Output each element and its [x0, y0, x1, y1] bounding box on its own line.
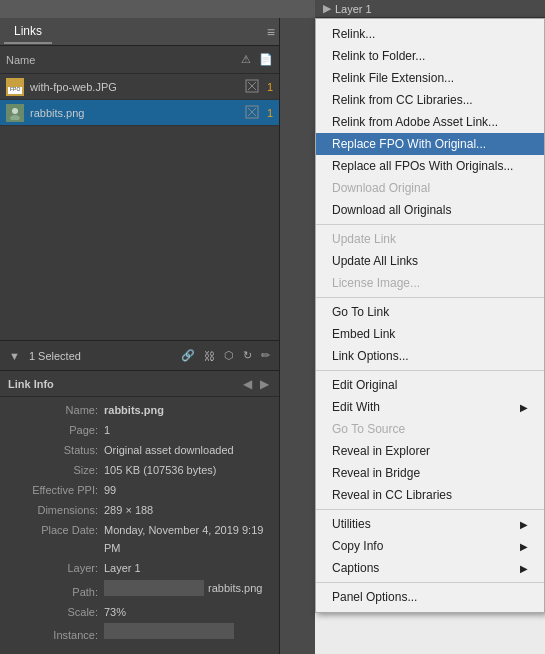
path-value: rabbits.png	[104, 579, 271, 597]
menu-item[interactable]: Utilities▶	[316, 513, 544, 535]
col-warn-icon: ⚠	[241, 53, 251, 66]
menu-item[interactable]: Copy Info▶	[316, 535, 544, 557]
col-doc-icon: 📄	[259, 53, 273, 66]
menu-separator	[316, 582, 544, 583]
menu-item-label: Relink from Adobe Asset Link...	[332, 115, 498, 129]
menu-item[interactable]: Relink...	[316, 23, 544, 45]
link-name: with-fpo-web.JPG	[30, 81, 245, 93]
tab-links[interactable]: Links	[4, 20, 52, 44]
menu-separator	[316, 509, 544, 510]
status-label: Status:	[8, 441, 98, 459]
link-thumbnail: FPO	[6, 78, 24, 96]
status-icon	[245, 79, 259, 95]
menu-separator	[316, 297, 544, 298]
dimensions-label: Dimensions:	[8, 501, 98, 519]
menu-item-label: Embed Link	[332, 327, 395, 341]
menu-item-label: Download all Originals	[332, 203, 451, 217]
menu-item[interactable]: Relink from CC Libraries...	[316, 89, 544, 111]
dimensions-value: 289 × 188	[104, 501, 271, 519]
panel-toolbar: ▼ 1 Selected 🔗 ⛓ ⬡ ↻ ✏	[0, 340, 279, 370]
link-count: 1	[267, 107, 273, 119]
menu-item[interactable]: Link Options...	[316, 345, 544, 367]
context-menu: Relink...Relink to Folder...Relink File …	[315, 18, 545, 613]
menu-item[interactable]: Relink File Extension...	[316, 67, 544, 89]
info-row-page: Page: 1	[8, 421, 271, 439]
menu-item-label: Relink to Folder...	[332, 49, 425, 63]
info-row-place-date: Place Date: Monday, November 4, 2019 9:1…	[8, 521, 271, 557]
layer-value: Layer 1	[104, 559, 271, 577]
link-count: 1	[267, 81, 273, 93]
info-nav-prev[interactable]: ◀	[241, 377, 254, 391]
menu-item[interactable]: Embed Link	[316, 323, 544, 345]
place-date-label: Place Date:	[8, 521, 98, 539]
menu-item[interactable]: Edit With▶	[316, 396, 544, 418]
page-value: 1	[104, 421, 271, 439]
menu-item[interactable]: Reveal in Bridge	[316, 462, 544, 484]
instance-label: Instance:	[8, 626, 98, 644]
menu-item[interactable]: Reveal in Explorer	[316, 440, 544, 462]
menu-separator	[316, 224, 544, 225]
place-date-value: Monday, November 4, 2019 9:19 PM	[104, 521, 271, 557]
panel-menu-icon[interactable]: ≡	[267, 24, 275, 40]
menu-item[interactable]: Download all Originals	[316, 199, 544, 221]
info-nav-next[interactable]: ▶	[258, 377, 271, 391]
info-row-layer: Layer: Layer 1	[8, 559, 271, 577]
link-status-icons: 1	[245, 79, 273, 95]
link-chain-icon[interactable]: 🔗	[178, 347, 198, 364]
list-item[interactable]: FPOwith-fpo-web.JPG1	[0, 74, 279, 100]
update-icon[interactable]: ↻	[240, 347, 255, 364]
menu-item[interactable]: Captions▶	[316, 557, 544, 579]
path-label: Path:	[8, 583, 98, 601]
menu-item[interactable]: Replace FPO With Original...	[316, 133, 544, 155]
menu-item-label: Reveal in CC Libraries	[332, 488, 452, 502]
path-input-bar	[104, 580, 204, 596]
layer-label: Layer:	[8, 559, 98, 577]
menu-item: Download Original	[316, 177, 544, 199]
panel-header: Links ≡	[0, 18, 279, 46]
links-list: FPOwith-fpo-web.JPG1rabbits.png1	[0, 74, 279, 340]
scale-value: 73%	[104, 603, 271, 621]
info-row-path: Path: rabbits.png	[8, 579, 271, 601]
layer-expand-icon: ▶	[323, 2, 331, 15]
unlink-icon[interactable]: ⛓	[201, 348, 218, 364]
menu-item-label: Relink File Extension...	[332, 71, 454, 85]
goto-link-icon[interactable]: ⬡	[221, 347, 237, 364]
layer-indicator: ▶ Layer 1	[315, 0, 545, 18]
info-nav: ◀ ▶	[241, 377, 271, 391]
ppi-value: 99	[104, 481, 271, 499]
layer-name: Layer 1	[335, 3, 372, 15]
links-panel: Links ≡ Name ⚠ 📄 FPOwith-fpo-web.JPG1rab…	[0, 18, 280, 654]
menu-item[interactable]: Go To Link	[316, 301, 544, 323]
menu-item[interactable]: Relink to Folder...	[316, 45, 544, 67]
right-panel-bg: ▶ Layer 1 Relink...Relink to Folder...Re…	[315, 0, 545, 654]
menu-item: License Image...	[316, 272, 544, 294]
collapse-icon[interactable]: ▼	[6, 348, 23, 364]
menu-item-label: Relink...	[332, 27, 375, 41]
scale-label: Scale:	[8, 603, 98, 621]
menu-item[interactable]: Reveal in CC Libraries	[316, 484, 544, 506]
page-label: Page:	[8, 421, 98, 439]
menu-item-label: Reveal in Bridge	[332, 466, 420, 480]
menu-item-label: Panel Options...	[332, 590, 417, 604]
list-item[interactable]: rabbits.png1	[0, 100, 279, 126]
edit-icon[interactable]: ✏	[258, 347, 273, 364]
size-value: 105 KB (107536 bytes)	[104, 461, 271, 479]
link-info-body: Name: rabbits.png Page: 1 Status: Origin…	[0, 397, 279, 654]
menu-item-label: Replace FPO With Original...	[332, 137, 486, 151]
col-icons: ⚠ 📄	[241, 53, 273, 66]
menu-item-label: Update All Links	[332, 254, 418, 268]
selected-count-label: 1 Selected	[29, 350, 81, 362]
menu-item-label: License Image...	[332, 276, 420, 290]
submenu-arrow-icon: ▶	[520, 519, 528, 530]
ppi-label: Effective PPI:	[8, 481, 98, 499]
menu-item[interactable]: Update All Links	[316, 250, 544, 272]
menu-item[interactable]: Panel Options...	[316, 586, 544, 608]
menu-item-label: Link Options...	[332, 349, 409, 363]
menu-item[interactable]: Edit Original	[316, 374, 544, 396]
menu-item[interactable]: Relink from Adobe Asset Link...	[316, 111, 544, 133]
link-info-section: Link Info ◀ ▶ Name: rabbits.png Page: 1 …	[0, 370, 279, 654]
info-row-ppi: Effective PPI: 99	[8, 481, 271, 499]
status-icon	[245, 105, 259, 121]
menu-item[interactable]: Replace all FPOs With Originals...	[316, 155, 544, 177]
path-suffix: rabbits.png	[208, 579, 262, 597]
